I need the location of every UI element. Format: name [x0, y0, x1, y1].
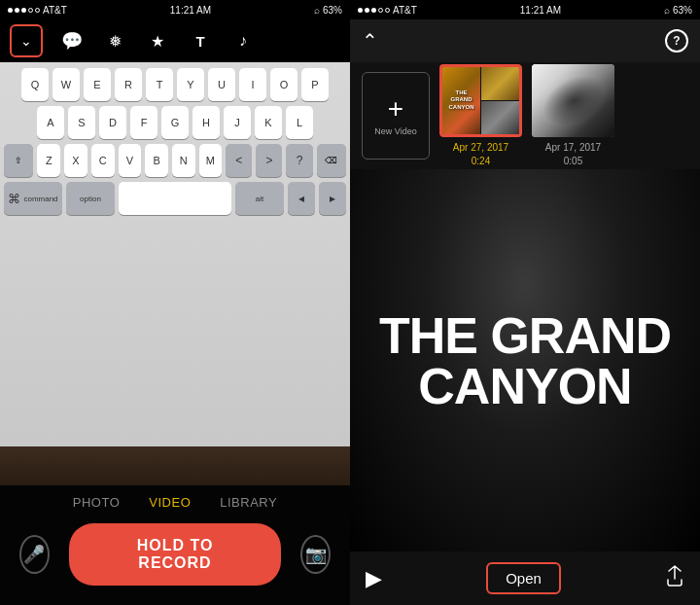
- r-dot-2: [365, 8, 369, 13]
- key-space[interactable]: [119, 182, 231, 215]
- key-cmd[interactable]: ⌘command: [4, 182, 62, 215]
- key-i[interactable]: I: [239, 68, 266, 101]
- key-right[interactable]: ▸: [319, 182, 346, 215]
- r-dot-1: [358, 8, 363, 13]
- text-icon[interactable]: T: [187, 27, 214, 54]
- kb-row-1: Q W E R T Y U I O P: [4, 68, 346, 101]
- thumb-duration-2: 0:05: [564, 156, 582, 166]
- key-u[interactable]: U: [208, 68, 235, 101]
- mic-icon: 🎤: [23, 544, 45, 565]
- video-thumb-2[interactable]: Apr 17, 2017 0:05: [532, 64, 614, 168]
- main-title-text: THE GRANDCANYON: [379, 310, 671, 411]
- thumb-swoosh: [532, 64, 614, 137]
- key-question[interactable]: ?: [286, 144, 312, 177]
- right-signal-dots: [358, 8, 390, 13]
- snowflake-icon[interactable]: ❅: [101, 27, 128, 54]
- key-p[interactable]: P: [301, 68, 329, 101]
- signal-dot-1: [8, 8, 13, 13]
- left-time: 11:21 AM: [170, 5, 211, 16]
- right-status-bar: AT&T 11:21 AM ⌕ 63%: [350, 0, 700, 19]
- chevron-down-button[interactable]: ⌄: [10, 24, 43, 57]
- mode-library[interactable]: LIBRARY: [220, 495, 277, 510]
- right-panel: AT&T 11:21 AM ⌕ 63% ⌃ ? + New Video THEG…: [350, 0, 700, 605]
- left-battery: 63%: [323, 5, 342, 16]
- key-j[interactable]: J: [224, 106, 251, 139]
- record-row: 🎤 HOLD TO RECORD 📷: [0, 523, 350, 595]
- key-k[interactable]: K: [255, 106, 282, 139]
- record-button[interactable]: HOLD TO RECORD: [69, 523, 282, 586]
- location-icon: ⌕: [314, 5, 320, 16]
- key-backspace[interactable]: ⌫: [317, 144, 346, 177]
- back-button[interactable]: ⌃: [362, 29, 378, 53]
- star-icon[interactable]: ★: [144, 27, 171, 54]
- signal-dot-5: [35, 8, 40, 13]
- key-lt[interactable]: <: [226, 144, 252, 177]
- left-panel: AT&T 11:21 AM ⌕ 63% ⌄ 💬 ❅ ★ T ♪ Q W E R …: [0, 0, 350, 605]
- thumb-cell-main: THEGRANDCANYON: [442, 67, 480, 134]
- thumb-title: THEGRANDCANYON: [448, 89, 473, 111]
- key-r[interactable]: R: [115, 68, 142, 101]
- key-v[interactable]: V: [119, 144, 142, 177]
- left-status-left: AT&T: [8, 5, 67, 16]
- key-shift[interactable]: ⇧: [4, 144, 33, 177]
- wood-area: [0, 446, 350, 485]
- left-toolbar: ⌄ 💬 ❅ ★ T ♪: [0, 19, 350, 62]
- key-l[interactable]: L: [286, 106, 313, 139]
- key-s[interactable]: S: [68, 106, 95, 139]
- help-button[interactable]: ?: [665, 29, 688, 53]
- key-x[interactable]: X: [64, 144, 88, 177]
- signal-dot-3: [21, 8, 26, 13]
- key-left[interactable]: ◂: [288, 182, 315, 215]
- mode-photo[interactable]: PHOTO: [73, 495, 121, 510]
- thumb-date-2: Apr 17, 2017: [545, 142, 601, 153]
- key-option[interactable]: option: [66, 182, 115, 215]
- kb-row-2: A S D F G H J K L: [4, 106, 346, 139]
- signal-dots: [8, 8, 40, 13]
- plus-icon: +: [388, 95, 403, 123]
- thumb-cell-bottom-right: [481, 101, 519, 134]
- r-dot-3: [371, 8, 376, 13]
- thumb-grid-1: THEGRANDCANYON: [442, 67, 519, 134]
- key-f[interactable]: F: [130, 106, 158, 139]
- key-c[interactable]: C: [91, 144, 115, 177]
- key-o[interactable]: O: [270, 68, 298, 101]
- mic-button[interactable]: 🎤: [19, 535, 50, 574]
- thumb-label-2: Apr 17, 2017 0:05: [545, 141, 601, 168]
- key-g[interactable]: G: [161, 106, 189, 139]
- key-h[interactable]: H: [192, 106, 220, 139]
- key-z[interactable]: Z: [37, 144, 60, 177]
- play-button[interactable]: ▶: [366, 566, 382, 591]
- message-icon[interactable]: 💬: [58, 27, 86, 54]
- keyboard-bg: Q W E R T Y U I O P A S D F G H J K: [0, 62, 350, 446]
- key-a[interactable]: A: [37, 106, 64, 139]
- chevron-down-icon: ⌄: [20, 33, 32, 49]
- key-m[interactable]: M: [199, 144, 223, 177]
- open-button[interactable]: Open: [486, 562, 561, 594]
- key-e[interactable]: E: [84, 68, 111, 101]
- music-icon[interactable]: ♪: [229, 27, 257, 54]
- key-q[interactable]: Q: [21, 68, 49, 101]
- r-dot-5: [385, 8, 390, 13]
- thumb-label-1: Apr 27, 2017 0:24: [453, 141, 508, 168]
- thumb-cell-top-right: [481, 67, 519, 100]
- key-n[interactable]: N: [172, 144, 195, 177]
- share-button[interactable]: [665, 565, 684, 591]
- key-y[interactable]: Y: [177, 68, 204, 101]
- new-video-button[interactable]: + New Video: [362, 72, 430, 160]
- video-thumb-1[interactable]: THEGRANDCANYON Apr 27, 2017 0:24: [439, 64, 522, 168]
- camera-button[interactable]: 📷: [300, 535, 331, 574]
- thumb-img-2: [532, 64, 614, 137]
- mode-video[interactable]: VIDEO: [149, 495, 191, 510]
- key-alt[interactable]: alt: [235, 182, 284, 215]
- key-b[interactable]: B: [145, 144, 168, 177]
- thumb-img-1: THEGRANDCANYON: [439, 64, 522, 137]
- key-d[interactable]: D: [99, 106, 126, 139]
- main-preview: THE GRANDCANYON: [350, 169, 700, 552]
- key-gt[interactable]: >: [256, 144, 282, 177]
- thumb-duration-1: 0:24: [472, 156, 490, 166]
- bottom-bar: ▶ Open: [350, 552, 700, 605]
- key-t[interactable]: T: [146, 68, 173, 101]
- right-time: 11:21 AM: [520, 5, 561, 16]
- camera-icon: 📷: [305, 544, 327, 565]
- key-w[interactable]: W: [52, 68, 80, 101]
